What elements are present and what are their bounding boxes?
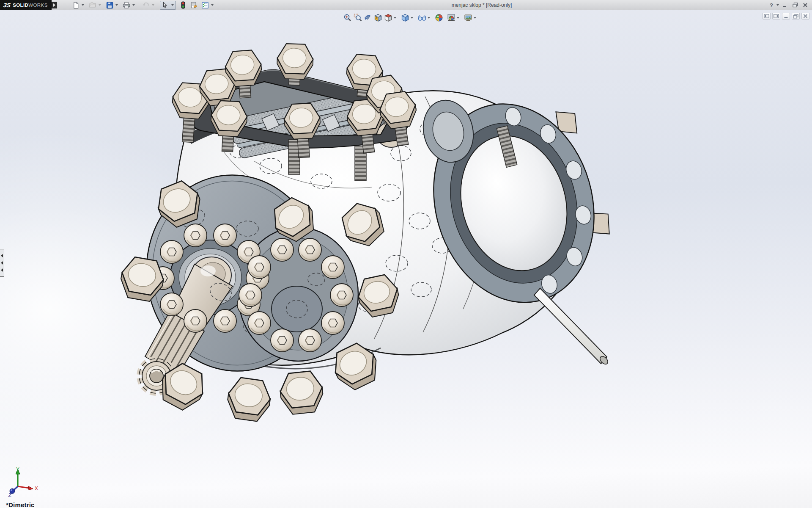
zoom-area-icon xyxy=(354,14,362,22)
file-properties-icon xyxy=(190,2,198,9)
help-dropdown-caret[interactable] xyxy=(776,4,779,6)
view-orientation-caret[interactable] xyxy=(394,17,396,19)
select-dropdown-caret[interactable] xyxy=(171,4,174,6)
section-view-icon xyxy=(374,14,382,22)
split-pane-right-icon xyxy=(774,14,779,18)
zoom-to-area-button[interactable] xyxy=(353,13,363,22)
triad-z-label: Z xyxy=(8,492,12,498)
split-pane-left-button[interactable] xyxy=(763,13,771,19)
scene-ball-icon xyxy=(447,14,455,22)
new-dropdown-caret[interactable] xyxy=(82,4,84,6)
previous-view-icon xyxy=(364,14,372,22)
3ds-logo-glyph: 3S xyxy=(3,2,11,8)
eyeglasses-icon xyxy=(417,14,427,22)
new-document-icon xyxy=(72,2,80,9)
brand-name: SOLIDWORKS xyxy=(13,3,48,8)
restore-icon xyxy=(793,3,798,8)
split-pane-right-button[interactable] xyxy=(772,13,780,19)
minimize-document-icon xyxy=(784,14,789,18)
standard-toolbar xyxy=(71,0,217,10)
restore-document-button[interactable] xyxy=(792,13,800,19)
options-dropdown-caret[interactable] xyxy=(211,4,214,6)
new-document-button[interactable] xyxy=(71,1,80,9)
traffic-light-icon xyxy=(181,1,186,9)
previous-view-button[interactable] xyxy=(363,13,373,22)
select-cursor-icon xyxy=(162,2,168,9)
rebuild-button[interactable] xyxy=(178,1,188,9)
minimize-button[interactable] xyxy=(781,1,789,9)
display-style-cube-icon xyxy=(401,14,409,22)
file-properties-button[interactable] xyxy=(189,1,199,9)
select-button[interactable] xyxy=(160,1,170,9)
collapse-arrow-icon xyxy=(1,254,3,257)
display-style-caret[interactable] xyxy=(411,17,413,19)
help-button[interactable]: ? xyxy=(767,1,776,9)
triad-y-label: Y xyxy=(16,467,19,472)
zoom-to-fit-button[interactable] xyxy=(343,13,353,22)
brand-name-bold: SOLID xyxy=(13,3,28,8)
window-controls: ? xyxy=(767,0,809,10)
print-dropdown-caret[interactable] xyxy=(132,4,135,6)
close-document-icon xyxy=(803,14,808,18)
close-icon xyxy=(803,3,808,8)
save-button[interactable] xyxy=(105,1,114,9)
collapse-arrow-icon xyxy=(1,261,3,265)
solidworks-logo[interactable]: 3S SOLIDWORKS xyxy=(0,0,52,10)
minimize-document-button[interactable] xyxy=(782,13,790,19)
view-cube-icon xyxy=(384,14,392,22)
brand-name-light: WORKS xyxy=(28,3,47,8)
restore-document-icon xyxy=(793,14,798,19)
open-folder-icon xyxy=(89,2,96,9)
view-settings-caret[interactable] xyxy=(474,17,476,19)
close-button[interactable] xyxy=(801,1,809,9)
minimize-icon xyxy=(782,3,787,8)
selector-rod[interactable] xyxy=(534,288,609,366)
triad-x-label: X xyxy=(35,486,38,491)
title-bar: 3S SOLIDWORKS xyxy=(0,0,812,10)
collapse-arrow-icon xyxy=(1,268,3,272)
save-floppy-icon xyxy=(106,2,113,9)
feature-panel-collapsed-tab[interactable] xyxy=(0,249,4,277)
graphics-viewport[interactable]: Y X Z *Dimetric xyxy=(0,10,812,508)
restore-button[interactable] xyxy=(791,1,799,9)
zoom-fit-icon xyxy=(343,14,352,22)
undo-button[interactable] xyxy=(141,1,151,9)
split-pane-left-icon xyxy=(764,14,769,18)
view-orientation-button[interactable] xyxy=(383,13,393,22)
edit-appearance-button[interactable] xyxy=(434,13,444,22)
document-window-controls xyxy=(763,13,809,19)
heads-up-view-toolbar xyxy=(343,13,478,23)
menu-expand-arrow-icon[interactable] xyxy=(52,2,57,8)
print-button[interactable] xyxy=(122,1,131,9)
hide-show-items-caret[interactable] xyxy=(428,17,430,19)
save-dropdown-caret[interactable] xyxy=(115,4,118,6)
section-view-button[interactable] xyxy=(373,13,383,22)
open-button[interactable] xyxy=(88,1,97,9)
view-settings-button[interactable] xyxy=(463,13,473,22)
monitor-icon xyxy=(464,14,472,22)
select-tool-control xyxy=(160,1,176,10)
open-dropdown-caret[interactable] xyxy=(99,4,101,6)
options-checklist-icon xyxy=(201,2,209,9)
gearbox-3d-model[interactable] xyxy=(0,10,812,508)
printer-icon xyxy=(123,2,130,9)
close-document-button[interactable] xyxy=(801,13,809,19)
color-ball-icon xyxy=(435,14,443,22)
apply-scene-button[interactable] xyxy=(446,13,456,22)
undo-arrow-icon xyxy=(142,2,150,9)
options-button[interactable] xyxy=(200,1,210,9)
hide-show-items-button[interactable] xyxy=(417,13,427,22)
undo-dropdown-caret[interactable] xyxy=(152,4,154,6)
display-style-button[interactable] xyxy=(400,13,410,22)
view-orientation-label: *Dimetric xyxy=(6,501,35,508)
window-title: menjac sklop * [Read-only] xyxy=(439,0,524,10)
reference-triad: Y X Z xyxy=(3,467,40,500)
help-glyph: ? xyxy=(770,2,773,8)
apply-scene-caret[interactable] xyxy=(457,17,459,19)
